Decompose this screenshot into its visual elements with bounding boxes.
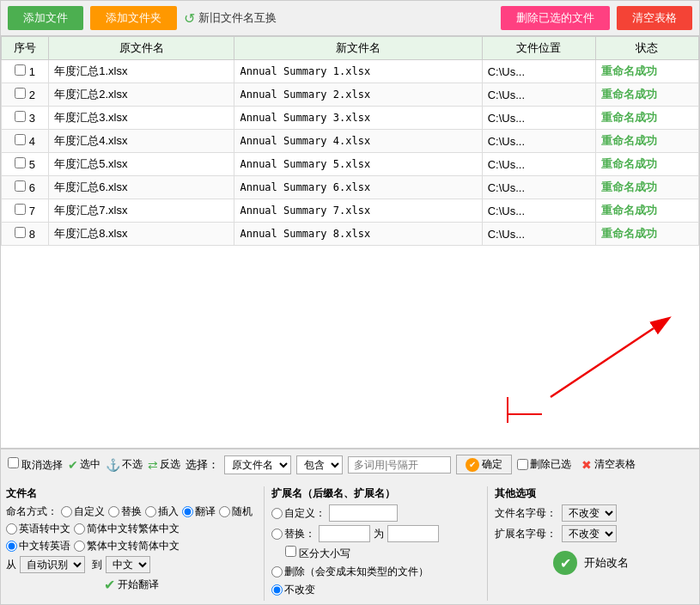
table-row: 1 年度汇总1.xlsx Annual Summary 1.xlsx C:\Us…: [2, 60, 699, 83]
row-location-5: C:\Us...: [482, 176, 595, 199]
other-panel-title: 其他选项: [495, 486, 687, 501]
row-checkbox-6[interactable]: [15, 204, 26, 215]
swap-icon: ↺: [184, 10, 195, 27]
delete-selected2-checkbox[interactable]: [517, 459, 528, 470]
row-status-1: 重命名成功: [595, 83, 698, 107]
filename-panel: 文件名 命名方式： 自定义 替换 插入 翻译 随机 英语转中文 简体中文转繁体中…: [6, 486, 264, 601]
ext-replace-radio[interactable]: 替换：: [271, 527, 315, 541]
row-checkbox-4[interactable]: [15, 157, 26, 168]
row-status-3: 重命名成功: [595, 130, 698, 153]
row-seq-6: 7: [2, 199, 49, 223]
ext-replace-from-input[interactable]: [319, 525, 370, 542]
row-location-0: C:\Us...: [482, 60, 595, 83]
naming-replace[interactable]: 替换: [108, 504, 142, 519]
row-status-7: 重命名成功: [595, 223, 698, 246]
invert-label[interactable]: ⇄ 反选: [148, 457, 180, 472]
zh-to-en[interactable]: 中文转英语: [6, 539, 70, 553]
naming-random[interactable]: 随机: [219, 504, 253, 519]
translate-button[interactable]: ✔ 开始翻译: [104, 577, 159, 593]
row-checkbox-3[interactable]: [15, 134, 26, 145]
row-original-7: 年度汇总8.xlsx: [49, 223, 234, 246]
ext-case-label: 扩展名字母：: [495, 527, 557, 541]
row-location-1: C:\Us...: [482, 83, 595, 107]
row-checkbox-2[interactable]: [15, 111, 26, 122]
add-file-button[interactable]: 添加文件: [8, 6, 83, 30]
invert-icon: ⇄: [148, 458, 158, 472]
row-seq-2: 3: [2, 107, 49, 130]
from-select[interactable]: 自动识别: [20, 556, 85, 573]
filename-panel-title: 文件名: [6, 486, 257, 501]
filename-case-select[interactable]: 不改变 全大写 全小写: [562, 504, 617, 522]
ext-custom-input[interactable]: [329, 504, 398, 522]
table-row: 8 年度汇总8.xlsx Annual Summary 8.xlsx C:\Us…: [2, 223, 699, 246]
condition-dropdown[interactable]: 包含 等于 开头 结尾: [296, 455, 343, 474]
row-location-6: C:\Us...: [482, 199, 595, 223]
ext-case-checkbox[interactable]: [285, 546, 296, 557]
deselect-label[interactable]: ⚓ 不选: [106, 457, 143, 472]
delete-selected2-label[interactable]: 删除已选: [517, 457, 571, 472]
table-row: 2 年度汇总2.xlsx Annual Summary 2.xlsx C:\Us…: [2, 83, 699, 107]
row-location-2: C:\Us...: [482, 107, 595, 130]
col-header-location: 文件位置: [482, 37, 595, 60]
row-new-6: Annual Summary 7.xlsx: [234, 199, 482, 223]
naming-custom[interactable]: 自定义: [61, 504, 105, 519]
row-status-0: 重命名成功: [595, 60, 698, 83]
ext-custom-radio[interactable]: 自定义：: [271, 506, 326, 521]
en-to-zh[interactable]: 英语转中文: [6, 522, 70, 536]
ext-case-checkbox-label[interactable]: 区分大小写: [285, 546, 350, 561]
clear-table-button[interactable]: 清空表格: [617, 6, 692, 30]
row-status-4: 重命名成功: [595, 153, 698, 176]
col-header-new: 新文件名: [234, 37, 482, 60]
row-original-6: 年度汇总7.xlsx: [49, 199, 234, 223]
select-label: 选择：: [186, 457, 219, 473]
bottom-controls: 取消选择 ✔ 选中 ⚓ 不选 ⇄ 反选 选择： 原文件名 新文件名 包含 等于: [1, 449, 699, 483]
row-checkbox-1[interactable]: [15, 88, 26, 99]
row-checkbox-5[interactable]: [15, 180, 26, 192]
row-new-4: Annual Summary 5.xlsx: [234, 153, 482, 176]
svg-line-1: [551, 328, 654, 397]
ext-nochange-radio[interactable]: 不改变: [271, 583, 315, 597]
row-status-2: 重命名成功: [595, 107, 698, 130]
row-new-1: Annual Summary 2.xlsx: [234, 83, 482, 107]
to-select[interactable]: 中文: [106, 556, 150, 573]
naming-insert[interactable]: 插入: [145, 504, 179, 519]
file-table-container: 序号 原文件名 新文件名 文件位置 状态 1 年度汇总1.xlsx Annual…: [1, 36, 699, 449]
row-seq-0: 1: [2, 60, 49, 83]
row-seq-4: 5: [2, 153, 49, 176]
col-header-original: 原文件名: [49, 37, 234, 60]
start-check-icon[interactable]: ✔: [553, 551, 577, 575]
from-label: 从: [6, 558, 16, 572]
row-status-6: 重命名成功: [595, 199, 698, 223]
col-header-seq: 序号: [2, 37, 49, 60]
add-folder-button[interactable]: 添加文件夹: [90, 6, 177, 30]
cancel-select-checkbox[interactable]: [8, 457, 19, 468]
to-label: 到: [92, 558, 102, 572]
row-new-7: Annual Summary 8.xlsx: [234, 223, 482, 246]
row-new-0: Annual Summary 1.xlsx: [234, 60, 482, 83]
zh-to-zhtw[interactable]: 简体中文转繁体中文: [74, 522, 180, 536]
cancel-select-label[interactable]: 取消选择: [8, 457, 63, 473]
ext-replace-to-input[interactable]: [387, 525, 439, 542]
start-rename-button[interactable]: 开始改名: [584, 555, 629, 571]
extension-panel-title: 扩展名（后缀名、扩展名）: [271, 486, 480, 501]
row-checkbox-0[interactable]: [15, 64, 26, 76]
delete-selected-button[interactable]: 删除已选的文件: [501, 6, 610, 30]
extension-panel: 扩展名（后缀名、扩展名） 自定义： 替换： 为 区分大小写 删除（会变成未知类型…: [264, 486, 487, 601]
start-row: ✔ 开始改名: [495, 547, 687, 578]
ext-delete-radio[interactable]: 删除（会变成未知类型的文件）: [271, 565, 429, 579]
swap-names-button[interactable]: ↺ 新旧文件名互换: [184, 10, 277, 27]
naming-translate[interactable]: 翻译: [182, 504, 216, 519]
ext-case-select[interactable]: 不改变 全大写 全小写: [562, 525, 617, 542]
file-table: 序号 原文件名 新文件名 文件位置 状态 1 年度汇总1.xlsx Annual…: [1, 36, 699, 246]
row-location-4: C:\Us...: [482, 153, 595, 176]
row-checkbox-7[interactable]: [15, 227, 26, 238]
keywords-input[interactable]: [348, 456, 451, 474]
row-new-3: Annual Summary 4.xlsx: [234, 130, 482, 153]
select-type-dropdown[interactable]: 原文件名 新文件名: [224, 455, 291, 474]
zhtw-to-zh[interactable]: 繁体中文转简体中文: [74, 539, 180, 553]
row-seq-7: 8: [2, 223, 49, 246]
confirm-button[interactable]: ✔ 确定: [456, 455, 512, 474]
select-all-label[interactable]: ✔ 选中: [68, 457, 100, 472]
clear-table2-button[interactable]: ✖ 清空表格: [576, 455, 641, 474]
deselect-icon: ⚓: [106, 458, 120, 472]
